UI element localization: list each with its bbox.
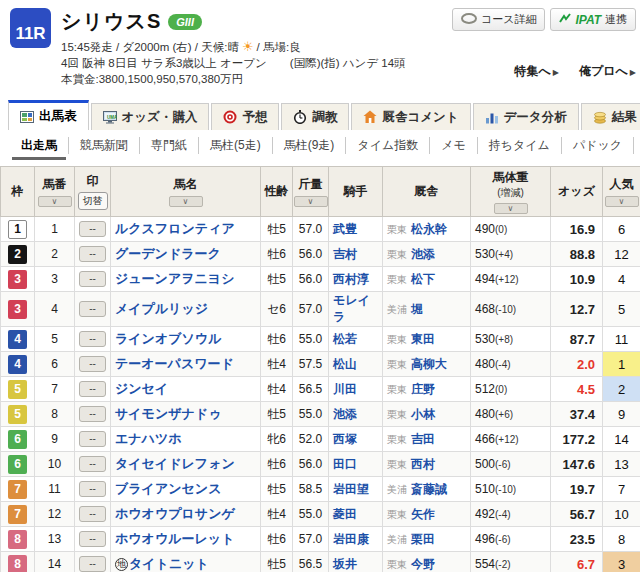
mark-select-button[interactable]: -- bbox=[79, 271, 106, 287]
sex-age-cell: セ6 bbox=[261, 292, 293, 327]
subtab-馬柱(9走)[interactable]: 馬柱(9走) bbox=[272, 137, 346, 154]
horse-name-link[interactable]: ジューンアヲニヨシ bbox=[115, 271, 234, 286]
jockey-link[interactable]: 川田 bbox=[333, 382, 357, 396]
trainer-link[interactable]: 東田 bbox=[411, 332, 435, 346]
trainer-link[interactable]: 池添 bbox=[411, 247, 435, 261]
subtab-馬柱(5走)[interactable]: 馬柱(5走) bbox=[198, 137, 272, 154]
jockey-link[interactable]: 岩田望 bbox=[333, 482, 369, 496]
mark-select-button[interactable]: -- bbox=[79, 381, 106, 397]
odds-cell: 37.4 bbox=[551, 402, 603, 427]
trainer-link[interactable]: 西村 bbox=[411, 457, 435, 471]
tab-result-payout[interactable]: 結果・払戻 bbox=[581, 103, 640, 130]
horse-name-link[interactable]: グーデンドラーク bbox=[115, 246, 221, 261]
jockey-link[interactable]: 西塚 bbox=[333, 432, 357, 446]
mark-select-button[interactable]: -- bbox=[79, 556, 106, 572]
trainer-link[interactable]: 堀 bbox=[411, 302, 423, 316]
mark-select-button[interactable]: -- bbox=[79, 221, 106, 237]
jockey-link[interactable]: 西村淳 bbox=[333, 272, 369, 286]
trainer-link[interactable]: 吉田 bbox=[411, 432, 435, 446]
popularity-value: 6 bbox=[618, 222, 625, 237]
tab-shutsuba[interactable]: 出馬表 bbox=[8, 100, 89, 130]
subtab-血統[interactable]: 血統 bbox=[633, 137, 640, 154]
horse-name-link[interactable]: サイモンザナドゥ bbox=[115, 406, 221, 421]
horse-name-link[interactable]: エナハツホ bbox=[115, 431, 182, 446]
tab-odds[interactable]: UMAオッズ・購入 bbox=[91, 103, 210, 130]
jockey-link[interactable]: 坂井 bbox=[333, 557, 357, 571]
popularity-value: 8 bbox=[618, 532, 625, 547]
mark-select-button[interactable]: -- bbox=[79, 531, 106, 547]
horse-name-link[interactable]: タイセイドレフォン bbox=[115, 456, 235, 471]
sort-weight-button[interactable]: ∨ bbox=[294, 196, 328, 207]
jockey-link[interactable]: 松山 bbox=[333, 357, 357, 371]
course-detail-button[interactable]: コース詳細 bbox=[452, 8, 546, 31]
jockey-link[interactable]: 池添 bbox=[333, 407, 357, 421]
horse-weight-diff: (+6) bbox=[495, 409, 513, 420]
special-feature-link[interactable]: 特集へ▶ bbox=[515, 63, 559, 80]
horse-name-link[interactable]: メイプルリッジ bbox=[115, 301, 208, 316]
subtab-パドック[interactable]: パドック bbox=[561, 137, 633, 154]
mark-select-button[interactable]: -- bbox=[79, 506, 106, 522]
course-icon bbox=[461, 13, 477, 26]
horse-name-link[interactable]: ジンセイ bbox=[115, 381, 168, 396]
carried-weight-cell: 56.0 bbox=[293, 242, 329, 267]
mark-toggle-button[interactable]: 切替 bbox=[78, 192, 108, 210]
tab-data-analysis[interactable]: データ分析 bbox=[473, 103, 579, 130]
horse-name-link[interactable]: タイトニット bbox=[129, 556, 209, 571]
ipat-link-button[interactable]: IPAT 連携 bbox=[550, 8, 636, 31]
trainer-link[interactable]: 松永幹 bbox=[411, 222, 447, 236]
sort-popularity-button[interactable]: ∨ bbox=[605, 196, 639, 207]
data-analysis-icon bbox=[485, 110, 499, 124]
trainer-link[interactable]: 斎藤誠 bbox=[411, 482, 447, 496]
sort-horse-weight-button[interactable]: ∨ bbox=[494, 203, 528, 214]
popularity-cell: 7 bbox=[603, 477, 640, 502]
jockey-link[interactable]: 岩田康 bbox=[333, 532, 369, 546]
horse-name-link[interactable]: ルクスフロンティア bbox=[115, 221, 235, 236]
mark-select-button[interactable]: -- bbox=[79, 406, 106, 422]
trainer-link[interactable]: 栗田 bbox=[411, 532, 435, 546]
waku-badge: 3 bbox=[8, 270, 27, 289]
subtab-持ちタイム[interactable]: 持ちタイム bbox=[477, 137, 561, 154]
horse-weight-cell: 512(0) bbox=[471, 377, 551, 402]
jockey-link[interactable]: 松若 bbox=[333, 332, 357, 346]
subtab-タイム指数[interactable]: タイム指数 bbox=[345, 137, 429, 154]
mark-cell: -- bbox=[75, 402, 111, 427]
sort-num-button[interactable]: ∨ bbox=[38, 196, 72, 207]
trainer-link[interactable]: 高柳大 bbox=[411, 357, 447, 371]
jockey-link[interactable]: 吉村 bbox=[333, 247, 357, 261]
horse-weight-cell: 530(+8) bbox=[471, 327, 551, 352]
sort-name-button[interactable]: ∨ bbox=[169, 196, 203, 207]
horse-name-link[interactable]: ブライアンセンス bbox=[115, 481, 221, 496]
trainer-link[interactable]: 小林 bbox=[411, 407, 435, 421]
odds-cell: 147.6 bbox=[551, 452, 603, 477]
jockey-link[interactable]: 田口 bbox=[333, 457, 357, 471]
jockey-link[interactable]: モレイラ bbox=[333, 293, 370, 324]
mark-select-button[interactable]: -- bbox=[79, 456, 106, 472]
sex-age-cell: 牡4 bbox=[261, 352, 293, 377]
horse-name-link[interactable]: ホウオウルーレット bbox=[115, 531, 234, 546]
tab-chokyo[interactable]: 調教 bbox=[281, 103, 349, 130]
mark-select-button[interactable]: -- bbox=[79, 356, 106, 372]
waku-badge: 5 bbox=[8, 405, 27, 424]
trainer-link[interactable]: 庄野 bbox=[411, 382, 435, 396]
tab-stable-comment[interactable]: 厩舎コメント bbox=[351, 103, 470, 130]
trainer-link[interactable]: 今野 bbox=[411, 557, 435, 571]
mark-cell: -- bbox=[75, 427, 111, 452]
horse-name-link[interactable]: ラインオブソウル bbox=[115, 331, 221, 346]
orepro-link[interactable]: 俺プロへ▶ bbox=[579, 63, 636, 80]
jockey-link[interactable]: 菱田 bbox=[333, 507, 357, 521]
subtab-出走馬[interactable]: 出走馬 bbox=[10, 137, 68, 154]
mark-select-button[interactable]: -- bbox=[79, 431, 106, 447]
trainer-link[interactable]: 矢作 bbox=[411, 507, 435, 521]
horse-name-link[interactable]: ホウオウプロサンゲ bbox=[115, 506, 235, 521]
tab-yoso[interactable]: 予想 bbox=[211, 103, 279, 130]
subtab-専門紙[interactable]: 専門紙 bbox=[139, 137, 198, 154]
mark-select-button[interactable]: -- bbox=[79, 301, 106, 317]
jockey-link[interactable]: 武豊 bbox=[333, 222, 357, 236]
mark-select-button[interactable]: -- bbox=[79, 331, 106, 347]
subtab-競馬新聞[interactable]: 競馬新聞 bbox=[68, 137, 139, 154]
mark-select-button[interactable]: -- bbox=[79, 481, 106, 497]
trainer-link[interactable]: 松下 bbox=[411, 272, 435, 286]
mark-select-button[interactable]: -- bbox=[79, 246, 106, 262]
horse-name-link[interactable]: テーオーパスワード bbox=[115, 356, 234, 371]
subtab-メモ[interactable]: メモ bbox=[429, 137, 477, 154]
